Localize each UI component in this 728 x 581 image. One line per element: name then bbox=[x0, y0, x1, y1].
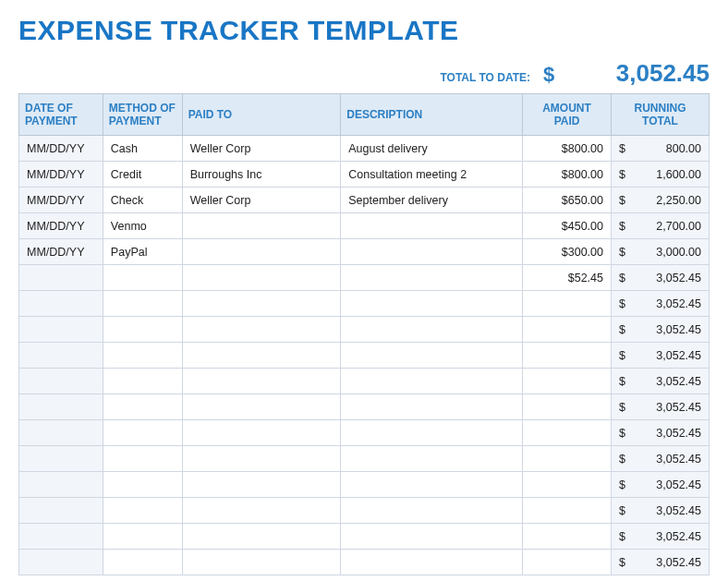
cell-paid-to[interactable] bbox=[182, 446, 341, 472]
cell-description[interactable] bbox=[341, 239, 523, 265]
cell-amount[interactable]: $800.00 bbox=[523, 162, 612, 188]
cell-date[interactable]: MM/DD/YY bbox=[19, 162, 103, 188]
cell-amount[interactable] bbox=[523, 550, 612, 575]
cell-paid-to[interactable]: Weller Corp bbox=[182, 136, 341, 162]
cell-amount[interactable] bbox=[523, 446, 612, 472]
cell-amount[interactable] bbox=[523, 498, 612, 524]
cell-description[interactable] bbox=[341, 524, 523, 550]
cell-date[interactable] bbox=[19, 472, 103, 498]
cell-running-total: $3,052.45 bbox=[611, 524, 709, 550]
cell-description[interactable] bbox=[341, 369, 523, 394]
cell-running-total: $3,052.45 bbox=[611, 498, 709, 524]
cell-method[interactable] bbox=[103, 472, 182, 498]
cell-date[interactable] bbox=[19, 265, 103, 291]
cell-date[interactable]: MM/DD/YY bbox=[19, 239, 103, 265]
cell-paid-to[interactable] bbox=[182, 317, 341, 343]
cell-date[interactable]: MM/DD/YY bbox=[19, 188, 103, 213]
cell-date[interactable] bbox=[19, 343, 103, 369]
cell-description[interactable]: September delivery bbox=[341, 188, 523, 213]
running-value: 3,000.00 bbox=[656, 246, 701, 259]
cell-amount[interactable] bbox=[523, 317, 612, 343]
cell-amount[interactable]: $650.00 bbox=[523, 188, 612, 213]
cell-paid-to[interactable] bbox=[182, 498, 341, 524]
cell-description[interactable] bbox=[341, 472, 523, 498]
cell-paid-to[interactable]: Burroughs Inc bbox=[182, 162, 341, 188]
cell-method[interactable] bbox=[103, 446, 182, 472]
cell-date[interactable]: MM/DD/YY bbox=[19, 213, 103, 239]
table-row: $52.45$3,052.45 bbox=[19, 265, 710, 291]
cell-running-total: $3,052.45 bbox=[611, 265, 709, 291]
cell-method[interactable] bbox=[103, 343, 182, 369]
cell-amount[interactable] bbox=[523, 420, 612, 446]
cell-date[interactable] bbox=[19, 524, 103, 550]
cell-method[interactable]: PayPal bbox=[103, 239, 182, 265]
cell-paid-to[interactable] bbox=[182, 394, 341, 420]
cell-running-total: $3,052.45 bbox=[611, 369, 709, 394]
cell-date[interactable] bbox=[19, 498, 103, 524]
cell-description[interactable]: Consultation meeting 2 bbox=[341, 162, 523, 188]
cell-method[interactable] bbox=[103, 291, 182, 317]
cell-amount[interactable] bbox=[523, 343, 612, 369]
cell-amount[interactable] bbox=[523, 394, 612, 420]
cell-paid-to[interactable] bbox=[182, 291, 341, 317]
running-value: 3,052.45 bbox=[656, 272, 701, 284]
running-dollar-sign: $ bbox=[619, 246, 625, 259]
cell-date[interactable]: MM/DD/YY bbox=[19, 136, 103, 162]
header-paid-to: PAID TO bbox=[182, 94, 341, 136]
cell-method[interactable] bbox=[103, 524, 182, 550]
cell-paid-to[interactable]: Weller Corp bbox=[182, 188, 341, 213]
cell-amount[interactable]: $300.00 bbox=[523, 239, 612, 265]
cell-method[interactable] bbox=[103, 369, 182, 394]
cell-description[interactable]: August delivery bbox=[341, 136, 523, 162]
cell-date[interactable] bbox=[19, 369, 103, 394]
cell-description[interactable] bbox=[341, 291, 523, 317]
cell-date[interactable] bbox=[19, 446, 103, 472]
cell-paid-to[interactable] bbox=[182, 343, 341, 369]
cell-amount[interactable] bbox=[523, 524, 612, 550]
cell-date[interactable] bbox=[19, 394, 103, 420]
cell-date[interactable] bbox=[19, 317, 103, 343]
cell-paid-to[interactable] bbox=[182, 472, 341, 498]
cell-amount[interactable] bbox=[523, 472, 612, 498]
cell-method[interactable] bbox=[103, 317, 182, 343]
cell-method[interactable] bbox=[103, 394, 182, 420]
cell-description[interactable] bbox=[341, 213, 523, 239]
cell-paid-to[interactable] bbox=[182, 524, 341, 550]
cell-date[interactable] bbox=[19, 550, 103, 575]
cell-paid-to[interactable] bbox=[182, 213, 341, 239]
cell-amount[interactable]: $800.00 bbox=[523, 136, 612, 162]
cell-description[interactable] bbox=[341, 265, 523, 291]
cell-description[interactable] bbox=[341, 317, 523, 343]
expense-table: DATE OF PAYMENT METHOD OF PAYMENT PAID T… bbox=[18, 93, 710, 575]
cell-description[interactable] bbox=[341, 550, 523, 575]
cell-description[interactable] bbox=[341, 420, 523, 446]
cell-method[interactable] bbox=[103, 550, 182, 575]
cell-method[interactable] bbox=[103, 420, 182, 446]
cell-paid-to[interactable] bbox=[182, 420, 341, 446]
table-row: $3,052.45 bbox=[19, 524, 710, 550]
cell-method[interactable]: Cash bbox=[103, 136, 182, 162]
running-dollar-sign: $ bbox=[619, 375, 625, 388]
cell-amount[interactable]: $52.45 bbox=[523, 265, 612, 291]
cell-description[interactable] bbox=[341, 498, 523, 524]
cell-method[interactable]: Venmo bbox=[103, 213, 182, 239]
cell-method[interactable] bbox=[103, 265, 182, 291]
cell-description[interactable] bbox=[341, 343, 523, 369]
cell-amount[interactable]: $450.00 bbox=[523, 213, 612, 239]
running-value: 3,052.45 bbox=[656, 401, 701, 414]
cell-description[interactable] bbox=[341, 446, 523, 472]
cell-paid-to[interactable] bbox=[182, 550, 341, 575]
running-dollar-sign: $ bbox=[619, 453, 625, 466]
cell-amount[interactable] bbox=[523, 291, 612, 317]
cell-description[interactable] bbox=[341, 394, 523, 420]
cell-amount[interactable] bbox=[523, 369, 612, 394]
cell-date[interactable] bbox=[19, 291, 103, 317]
cell-method[interactable]: Check bbox=[103, 188, 182, 213]
cell-method[interactable]: Credit bbox=[103, 162, 182, 188]
cell-paid-to[interactable] bbox=[182, 369, 341, 394]
cell-paid-to[interactable] bbox=[182, 265, 341, 291]
total-to-date: TOTAL TO DATE: $ 3,052.45 bbox=[18, 59, 710, 88]
cell-paid-to[interactable] bbox=[182, 239, 341, 265]
cell-date[interactable] bbox=[19, 420, 103, 446]
cell-method[interactable] bbox=[103, 498, 182, 524]
